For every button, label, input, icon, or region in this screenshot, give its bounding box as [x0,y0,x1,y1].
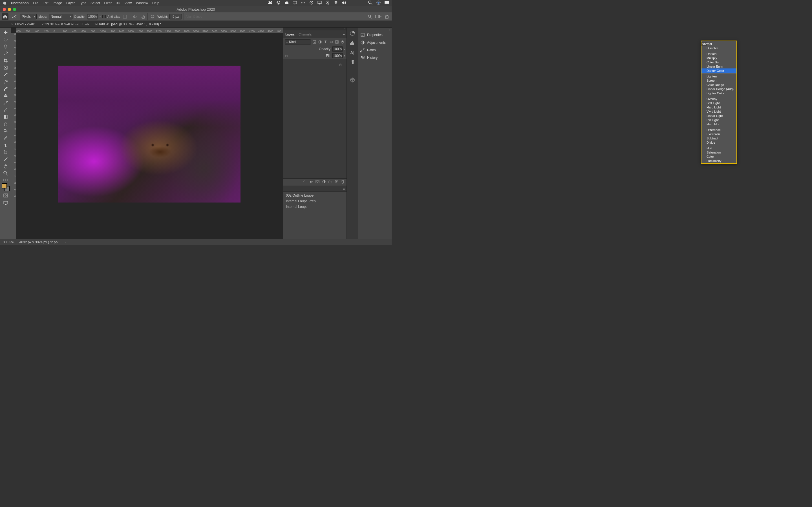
shape-tool[interactable] [1,156,10,163]
display-icon[interactable] [293,1,297,6]
path-selection-tool[interactable] [1,149,10,156]
properties-panel-button[interactable]: Properties [358,31,392,39]
blur-tool[interactable] [1,120,10,127]
history-brush-tool[interactable] [1,99,10,106]
siri-icon[interactable] [376,1,380,6]
paths-panel-button[interactable]: Paths [358,46,392,54]
apple-icon[interactable] [3,1,7,6]
foreground-color[interactable] [2,183,7,188]
line-tool-icon[interactable] [10,14,18,19]
document-dimensions[interactable]: 4032 px x 3024 px (72 ppi) [19,240,59,244]
vertical-ruler[interactable]: 0000020040060080010001200 [11,33,16,239]
frame-tool[interactable] [1,64,10,71]
character-panel-icon[interactable]: A| [349,48,356,56]
style-swatch-icon[interactable] [122,14,128,19]
eraser-tool[interactable] [1,106,10,113]
lock-icon[interactable] [285,54,289,58]
layer-lock-indicator-icon[interactable] [339,63,342,67]
bluetooth-icon[interactable] [326,1,330,6]
opacity-drop-icon[interactable]: ▾ [344,48,345,50]
volume-icon[interactable] [342,1,346,6]
edit-toolbar-button[interactable]: ••• [3,178,8,182]
menu-filter[interactable]: Filter [104,1,112,5]
pen-tool[interactable] [1,134,10,142]
wifi-icon[interactable] [334,1,338,6]
filter-type-icon[interactable]: T [323,40,328,44]
type-tool[interactable] [1,142,10,149]
dots-icon[interactable]: ••• [301,1,305,5]
align-edges-icon[interactable] [132,14,138,19]
tab-layers[interactable]: Layers [285,33,295,36]
menu-select[interactable]: Select [91,1,100,5]
layer-fill-value[interactable]: 100% [333,53,343,58]
filter-toggle-icon[interactable] [340,40,345,44]
history-panel-button[interactable]: History [358,54,392,61]
gradient-tool[interactable] [1,113,10,120]
document-tab[interactable]: ✕ 60521779481__F7C2F3D7-ABC9-4D76-9F8E-9… [11,22,161,26]
filter-shape-icon[interactable] [329,40,334,44]
move-tool[interactable] [1,29,10,36]
status-flyout-icon[interactable]: › [64,240,66,244]
close-window-button[interactable] [3,8,6,11]
filter-pixel-icon[interactable] [312,40,317,44]
lasso-tool[interactable] [1,43,10,50]
clone-stamp-tool[interactable] [1,92,10,99]
home-button[interactable] [2,13,8,20]
opacity-value[interactable]: 100% [87,14,98,19]
paragraph-panel-icon[interactable] [349,58,356,66]
menu-layer[interactable]: Layer [66,1,75,5]
color-panel-icon[interactable] [349,29,356,37]
maximize-window-button[interactable] [13,8,16,11]
document-canvas[interactable] [58,66,241,203]
hand-tool[interactable] [1,163,10,170]
layers-list[interactable] [283,70,347,178]
fill-drop-icon[interactable]: ▾ [344,55,345,57]
app-name[interactable]: Photoshop [11,1,29,5]
tab-channels[interactable]: Channels [299,33,312,36]
workspace-icon[interactable]: ▾ [375,14,382,19]
brush-tool[interactable] [1,85,10,92]
close-tab-icon[interactable]: ✕ [11,22,13,25]
menu-image[interactable]: Image [53,1,62,5]
share-icon[interactable] [384,14,390,19]
filter-smartobj-icon[interactable] [335,40,339,44]
color-swatches[interactable] [2,183,10,191]
new-layer-icon[interactable] [335,180,338,184]
menu-file[interactable]: File [33,1,38,5]
delete-layer-icon[interactable] [341,180,344,184]
action-row[interactable]: Internal Loupe [283,204,347,210]
search-icon[interactable] [367,14,373,19]
actions-panel-menu-icon[interactable]: ≡ [343,187,345,190]
screen-mode-button[interactable] [2,200,10,206]
collapse-panel-icon[interactable]: ›› [283,27,347,31]
healing-brush-tool[interactable] [1,78,10,85]
spotlight-icon[interactable] [368,1,372,6]
minimize-window-button[interactable] [8,8,11,11]
menu-edit[interactable]: Edit [43,1,49,5]
histogram-panel-icon[interactable] [349,39,356,47]
blend-mode-select[interactable]: Normal [49,14,72,19]
marquee-tool[interactable] [1,36,10,43]
layer-opacity-value[interactable]: 100% [333,47,343,52]
layer-kind-filter[interactable]: Kind [285,40,311,45]
menu-view[interactable]: View [124,1,132,5]
zoom-tool[interactable] [1,170,10,177]
panel-menu-icon[interactable]: ≡ [343,33,345,36]
quick-mask-button[interactable] [2,192,10,199]
zoom-level[interactable]: 33.33% [3,240,14,244]
adjustments-panel-button[interactable]: Adjustments [358,39,392,46]
3d-panel-icon[interactable] [349,76,356,84]
expand-panel-icon[interactable]: ‹‹ [389,29,391,31]
units-select[interactable]: Pixels [20,14,37,19]
action-row[interactable]: 002 Outline Loupe [283,193,347,198]
notification-icon[interactable] [385,1,389,6]
menu-type[interactable]: Type [79,1,86,5]
gear-icon[interactable] [149,14,156,19]
layer-style-icon[interactable]: fx [310,180,313,184]
adjustment-layer-icon[interactable] [322,180,326,184]
timemachine-icon[interactable] [309,1,313,6]
canvas-area[interactable]: 8006004002000200400600800100012001400160… [11,27,283,239]
cloud-icon[interactable] [285,1,289,6]
layer-mask-icon[interactable] [315,180,319,184]
menu-window[interactable]: Window [136,1,148,5]
